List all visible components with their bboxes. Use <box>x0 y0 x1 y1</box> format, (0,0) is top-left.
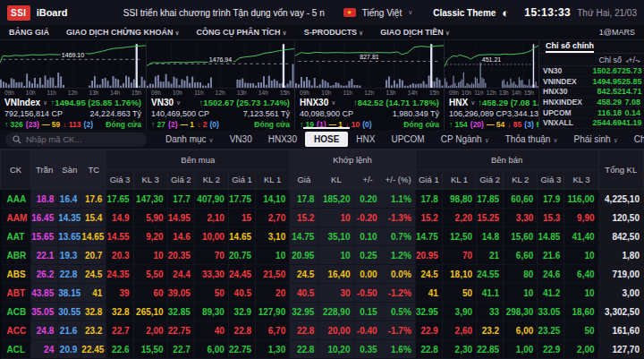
price-cell[interactable]: 17.75 <box>228 190 255 209</box>
stock-symbol[interactable]: AAA <box>1 190 31 209</box>
price-cell[interactable]: 98,80 <box>442 190 476 209</box>
price-cell[interactable]: -1.3% <box>381 209 415 227</box>
price-cell[interactable]: 35.05 <box>31 303 58 321</box>
price-cell[interactable]: 32.8 <box>81 303 106 321</box>
price-cell[interactable]: 5,90 <box>133 209 167 227</box>
stock-symbol[interactable]: ABS <box>1 265 31 284</box>
price-cell[interactable]: 14.8 <box>477 227 504 246</box>
price-cell[interactable]: 41 <box>415 284 442 303</box>
price-cell[interactable]: 18,10 <box>442 265 476 284</box>
stock-symbol[interactable]: AAM <box>1 209 31 227</box>
stock-symbol[interactable]: ABT <box>1 284 31 303</box>
tab-main-indices[interactable]: Chỉ số chính <box>546 41 594 53</box>
price-cell[interactable]: 43.85 <box>31 284 58 303</box>
price-cell[interactable]: -0.20 <box>354 209 381 227</box>
subcol-matched[interactable]: KL <box>318 170 354 190</box>
price-cell[interactable]: 14.75 <box>290 227 318 246</box>
price-cell[interactable]: 32.85 <box>167 303 194 321</box>
price-cell[interactable]: 20.75 <box>228 246 255 265</box>
tab-cp-ngành[interactable]: CP Ngành∨ <box>433 132 497 147</box>
price-cell[interactable]: 14.55 <box>106 227 133 246</box>
price-cell[interactable]: 6,40 <box>564 265 598 284</box>
price-cell[interactable]: 41 <box>81 284 106 303</box>
price-cell[interactable]: 2,20 <box>442 209 476 227</box>
price-cell[interactable]: 147,30 <box>133 190 167 209</box>
tab-danh-mục[interactable]: Danh mục∨ <box>157 132 222 147</box>
price-cell[interactable]: 21.6 <box>58 321 81 340</box>
price-cell[interactable]: 6,70 <box>256 321 290 340</box>
subcol-matched[interactable]: Giá <box>290 170 318 190</box>
price-cell[interactable]: 20.95 <box>290 246 318 265</box>
index-row[interactable]: UPCOM116.180.14 <box>539 107 644 118</box>
menu-item[interactable]: CÔNG CỤ PHÂN TÍCH ∨ <box>197 28 287 37</box>
price-cell[interactable]: 10 <box>564 246 598 265</box>
index-name[interactable]: VN30 <box>151 98 174 107</box>
price-cell[interactable]: 16.4 <box>58 190 81 209</box>
price-cell[interactable]: 12,50 <box>442 227 476 246</box>
price-cell[interactable]: 39 <box>106 284 133 303</box>
price-cell[interactable]: 22.7 <box>167 340 194 359</box>
price-cell[interactable]: 20.3 <box>106 246 133 265</box>
price-cell[interactable]: 39.05 <box>167 284 194 303</box>
price-cell[interactable]: 35,10 <box>318 227 354 246</box>
price-cell[interactable]: 719,00 <box>598 265 643 284</box>
price-cell[interactable]: 24.55 <box>477 265 504 284</box>
price-cell[interactable]: 30 <box>318 284 354 303</box>
subcol-ask[interactable]: KL 2 <box>504 170 538 190</box>
price-cell[interactable]: 842,50 <box>598 227 643 246</box>
price-cell[interactable]: 6,00 <box>194 340 228 359</box>
price-cell[interactable]: 1,30 <box>256 340 290 359</box>
price-cell[interactable]: 80 <box>504 265 538 284</box>
price-cell[interactable]: 0.20 <box>354 190 381 209</box>
price-cell[interactable]: 1.6% <box>381 340 415 359</box>
price-cell[interactable]: 16,40 <box>318 265 354 284</box>
price-cell[interactable]: 17.6 <box>81 190 106 209</box>
price-cell[interactable]: -1.2% <box>381 284 415 303</box>
price-cell[interactable]: 23.2 <box>81 321 106 340</box>
price-cell[interactable]: -0.50 <box>354 284 381 303</box>
price-cell[interactable]: 127,90 <box>256 303 290 321</box>
price-cell[interactable]: 24.4 <box>167 265 194 284</box>
price-cell[interactable]: 3,30 <box>504 209 538 227</box>
price-cell[interactable]: 70 <box>442 246 476 265</box>
price-cell[interactable]: 22.7 <box>106 321 133 340</box>
subcol-ask[interactable]: Giá 3 <box>538 170 564 190</box>
price-cell[interactable]: 10 <box>256 246 290 265</box>
price-cell[interactable]: 18.8 <box>31 190 58 209</box>
price-cell[interactable]: 10 <box>133 246 167 265</box>
price-cell[interactable]: 18,60 <box>564 303 598 321</box>
price-cell[interactable]: 120,50 <box>598 209 643 227</box>
price-cell[interactable]: 0.10 <box>354 227 381 246</box>
menu-item[interactable]: GIAO DỊCH CHỨNG KHOÁN ∨ <box>66 28 180 37</box>
price-cell[interactable]: 6,00 <box>504 321 538 340</box>
price-cell[interactable]: 24.5 <box>415 265 442 284</box>
price-cell[interactable]: 0.00 <box>354 265 381 284</box>
price-cell[interactable]: 41.1 <box>477 284 504 303</box>
price-cell[interactable]: 0.7% <box>381 227 415 246</box>
tab-thỏa-thuận[interactable]: Thỏa thuận∨ <box>497 132 566 147</box>
index-name[interactable]: HNX30 <box>300 98 328 107</box>
index-name[interactable]: VNIndex <box>4 98 40 107</box>
stock-symbol[interactable]: ACC <box>1 321 31 340</box>
price-cell[interactable]: -1.7% <box>381 321 415 340</box>
price-cell[interactable]: 10 <box>564 284 598 303</box>
price-cell[interactable]: 23.25 <box>538 321 564 340</box>
price-cell[interactable]: 127,70 <box>598 340 643 359</box>
price-cell[interactable]: 1,00 <box>504 340 538 359</box>
price-cell[interactable]: 14.65 <box>81 227 106 246</box>
price-cell[interactable]: 14.75 <box>415 227 442 246</box>
price-cell[interactable]: 22.9 <box>538 340 564 359</box>
price-cell[interactable]: 20.7 <box>81 246 106 265</box>
price-cell[interactable]: 50 <box>564 321 598 340</box>
price-cell[interactable]: 32.9 <box>228 303 255 321</box>
menu-item[interactable]: GIAO DỊCH TIỀN ∨ <box>380 28 450 37</box>
price-cell[interactable]: 50 <box>442 284 476 303</box>
subcol-bid[interactable]: KL 2 <box>194 170 228 190</box>
price-cell[interactable]: 33 <box>477 303 504 321</box>
price-cell[interactable]: 17.9 <box>538 190 564 209</box>
price-cell[interactable]: 15.2 <box>415 209 442 227</box>
search-input[interactable]: Nhập mã CK... <box>5 132 147 147</box>
price-cell[interactable]: 2,00 <box>564 340 598 359</box>
price-cell[interactable]: 0.35 <box>354 340 381 359</box>
price-cell[interactable]: 20.35 <box>167 246 194 265</box>
